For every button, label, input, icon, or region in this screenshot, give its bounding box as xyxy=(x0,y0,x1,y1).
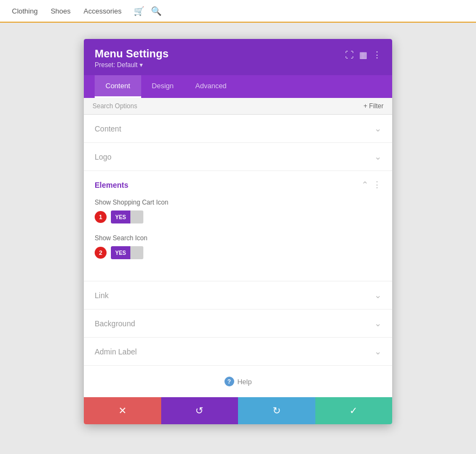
tab-content[interactable]: Content xyxy=(95,75,141,98)
page-content: Menu Settings Preset: Default ▾ ⛶ ▦ ⋮ Co… xyxy=(0,23,476,454)
toggle-cart-no xyxy=(130,210,143,223)
modal-panel: Menu Settings Preset: Default ▾ ⛶ ▦ ⋮ Co… xyxy=(84,39,392,424)
help-icon: ? xyxy=(224,377,234,386)
top-nav: Clothing Shoes Accessories 🛒 🔍 xyxy=(0,0,476,23)
accordion-content-label: Content xyxy=(95,124,121,133)
chevron-down-icon: ⌄ xyxy=(374,290,381,300)
accordion-admin-label-header[interactable]: Admin Label ⌄ xyxy=(84,338,392,365)
toggle-search-control[interactable]: YES xyxy=(111,246,143,259)
search-options-bar: Search Options + Filter xyxy=(84,98,392,115)
toggle-cart-yes: YES xyxy=(111,210,130,223)
accordion-content: Content ⌄ xyxy=(84,115,392,143)
nav-item-clothing[interactable]: Clothing xyxy=(6,3,43,19)
accordion-link-label: Link xyxy=(95,291,109,300)
accordion-content-header[interactable]: Content ⌄ xyxy=(84,115,392,142)
accordion-logo: Logo ⌄ xyxy=(84,143,392,171)
elements-header: Elements ⌃ ⋮ xyxy=(84,171,392,196)
reset-button[interactable]: ↺ xyxy=(161,397,239,424)
step-badge-2: 2 xyxy=(95,247,107,259)
chevron-down-icon: ⌄ xyxy=(374,346,381,357)
tab-advanced[interactable]: Advanced xyxy=(184,75,237,98)
bottom-bar: ✕ ↺ ↻ ✓ xyxy=(84,397,392,424)
columns-icon[interactable]: ▦ xyxy=(359,50,367,60)
toggle-search-wrapper: 2 YES xyxy=(95,246,381,259)
expand-icon[interactable]: ⛶ xyxy=(345,50,354,60)
cart-icon[interactable]: 🛒 xyxy=(134,6,144,16)
elements-title: Elements xyxy=(95,181,128,189)
accordion-admin-label: Admin Label ⌄ xyxy=(84,338,392,366)
help-row[interactable]: ? Help xyxy=(84,366,392,397)
nav-item-shoes[interactable]: Shoes xyxy=(45,3,76,19)
accordion-logo-header[interactable]: Logo ⌄ xyxy=(84,143,392,170)
search-icon[interactable]: 🔍 xyxy=(151,6,162,16)
chevron-down-icon: ⌄ xyxy=(374,123,381,134)
redo-button[interactable]: ↻ xyxy=(238,397,315,424)
step-badge-1: 1 xyxy=(95,211,107,223)
accordion-background-header[interactable]: Background ⌄ xyxy=(84,310,392,337)
tab-design[interactable]: Design xyxy=(141,75,184,98)
toggle-row-search: Show Search Icon 2 YES xyxy=(95,234,381,259)
modal-header: Menu Settings Preset: Default ▾ ⛶ ▦ ⋮ xyxy=(84,39,392,75)
more-icon[interactable]: ⋮ xyxy=(373,50,381,60)
modal-header-actions: ⛶ ▦ ⋮ xyxy=(345,50,381,60)
elements-more-icon[interactable]: ⋮ xyxy=(373,180,381,190)
toggle-cart-control[interactable]: YES xyxy=(111,210,143,223)
accordion-link-header[interactable]: Link ⌄ xyxy=(84,281,392,309)
help-label: Help xyxy=(237,378,252,386)
modal-title: Menu Settings xyxy=(95,48,169,60)
accordion-logo-label: Logo xyxy=(95,153,111,161)
accordion-background: Background ⌄ xyxy=(84,310,392,338)
cancel-button[interactable]: ✕ xyxy=(84,397,161,424)
chevron-down-icon: ⌄ xyxy=(374,152,381,162)
toggle-search-label: Show Search Icon xyxy=(95,234,381,242)
save-button[interactable]: ✓ xyxy=(315,397,393,424)
elements-section: Elements ⌃ ⋮ Show Shopping Cart Icon 1 Y… xyxy=(84,171,392,281)
collapse-icon[interactable]: ⌃ xyxy=(361,180,368,190)
toggle-search-yes: YES xyxy=(111,246,130,259)
filter-button[interactable]: + Filter xyxy=(363,102,384,110)
accordion-admin-label-label: Admin Label xyxy=(95,347,137,356)
chevron-down-icon: ⌄ xyxy=(374,318,381,328)
elements-header-icons: ⌃ ⋮ xyxy=(361,180,381,190)
accordion-link: Link ⌄ xyxy=(84,281,392,310)
elements-content: Show Shopping Cart Icon 1 YES Show Searc… xyxy=(84,196,392,281)
modal-tabs: Content Design Advanced xyxy=(84,75,392,98)
modal-header-left: Menu Settings Preset: Default ▾ xyxy=(95,48,169,69)
modal-subtitle[interactable]: Preset: Default ▾ xyxy=(95,61,169,69)
nav-item-accessories[interactable]: Accessories xyxy=(78,3,127,19)
toggle-search-no xyxy=(130,246,143,259)
toggle-cart-wrapper: 1 YES xyxy=(95,210,381,223)
accordion-background-label: Background xyxy=(95,319,135,328)
toggle-row-cart: Show Shopping Cart Icon 1 YES xyxy=(95,199,381,223)
toggle-cart-label: Show Shopping Cart Icon xyxy=(95,199,381,206)
search-options-label: Search Options xyxy=(92,102,137,110)
